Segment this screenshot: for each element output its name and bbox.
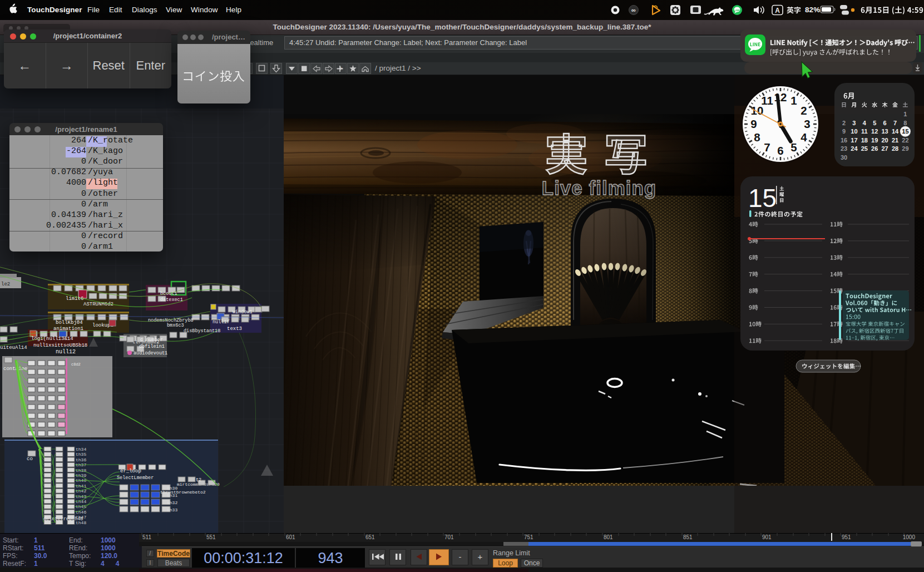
- svg-text:12: 12: [871, 128, 878, 135]
- svg-text:2: 2: [842, 120, 846, 126]
- svg-text:651: 651: [365, 534, 375, 540]
- svg-text:851: 851: [683, 534, 693, 540]
- svg-text:∞: ∞: [631, 7, 636, 13]
- svg-text:15: 15: [902, 128, 908, 135]
- svg-text:19: 19: [871, 137, 878, 144]
- svg-text:30: 30: [841, 154, 847, 161]
- svg-text:6: 6: [883, 120, 887, 126]
- svg-text:8: 8: [754, 131, 760, 144]
- svg-text:801: 801: [604, 534, 613, 540]
- svg-text:28: 28: [892, 145, 898, 152]
- svg-text:17: 17: [851, 137, 857, 144]
- svg-text:1000: 1000: [903, 534, 916, 540]
- svg-text:1: 1: [903, 111, 907, 117]
- svg-text:13: 13: [881, 128, 888, 135]
- svg-text:A: A: [775, 7, 780, 14]
- svg-text:8: 8: [903, 120, 907, 126]
- svg-text:10: 10: [851, 128, 857, 135]
- svg-text:24: 24: [851, 145, 858, 152]
- svg-text:23: 23: [841, 145, 847, 152]
- svg-text:4: 4: [863, 120, 867, 126]
- svg-text:601: 601: [286, 534, 295, 540]
- svg-text:16: 16: [841, 137, 847, 144]
- svg-text:29: 29: [902, 145, 908, 152]
- svg-text:LINE: LINE: [734, 9, 739, 12]
- svg-text:3: 3: [804, 117, 810, 130]
- svg-text:4: 4: [801, 131, 807, 144]
- svg-text:11: 11: [761, 94, 773, 107]
- svg-text:901: 901: [762, 534, 772, 540]
- svg-text:511: 511: [142, 534, 151, 540]
- svg-text:22: 22: [902, 137, 908, 144]
- svg-text:15: 15: [748, 184, 777, 213]
- svg-text:1: 1: [790, 94, 797, 107]
- svg-text:20: 20: [881, 137, 888, 144]
- svg-text:18: 18: [861, 137, 868, 144]
- svg-text:2: 2: [801, 104, 807, 117]
- svg-text:21: 21: [892, 137, 898, 144]
- svg-text:25: 25: [861, 145, 868, 152]
- svg-text:11: 11: [861, 128, 868, 135]
- svg-text:14: 14: [892, 128, 899, 135]
- svg-text:951: 951: [842, 534, 851, 540]
- svg-text:7: 7: [764, 141, 770, 154]
- svg-text:6: 6: [777, 144, 783, 157]
- svg-text:9: 9: [842, 128, 846, 135]
- svg-text:3: 3: [852, 120, 856, 126]
- svg-text:551: 551: [206, 534, 216, 540]
- svg-text:9: 9: [750, 117, 757, 130]
- svg-text:701: 701: [444, 534, 454, 540]
- svg-text:26: 26: [871, 145, 878, 152]
- svg-text:751: 751: [524, 534, 533, 540]
- svg-text:5: 5: [873, 120, 876, 126]
- svg-text:7: 7: [893, 120, 897, 126]
- svg-text:27: 27: [881, 145, 888, 152]
